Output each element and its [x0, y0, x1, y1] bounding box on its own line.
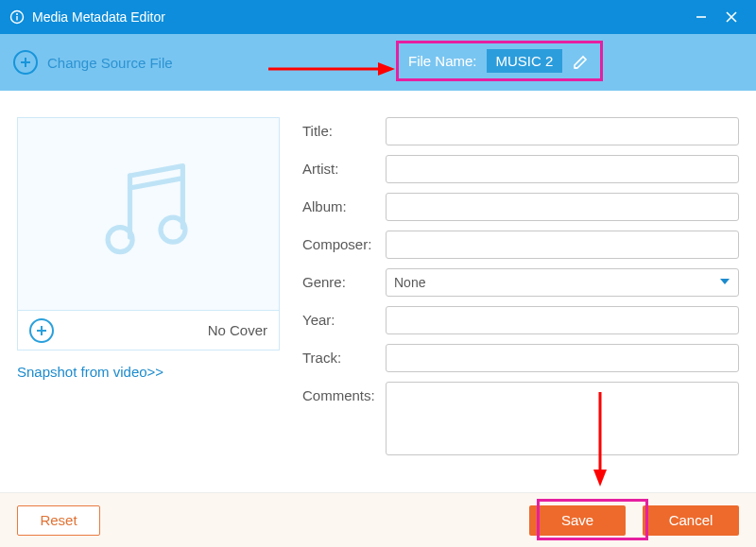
title-bar: Media Metadata Editor [0, 0, 756, 34]
info-icon [9, 9, 25, 25]
svg-point-1 [16, 13, 18, 15]
toolbar: Change Source File File Name: MUSIC 2 [0, 34, 756, 91]
svg-rect-2 [16, 16, 17, 21]
metadata-form: Title: Artist: Album: Composer: Genre: N… [302, 117, 739, 469]
change-source-file-link[interactable]: Change Source File [47, 55, 173, 71]
snapshot-from-video-link[interactable]: Snapshot from video>> [17, 364, 280, 380]
main-content: No Cover Snapshot from video>> Title: Ar… [0, 91, 756, 469]
comments-input[interactable] [386, 382, 739, 455]
title-input[interactable] [386, 117, 739, 145]
minimize-button[interactable] [686, 10, 716, 24]
svg-point-11 [108, 228, 132, 252]
filename-label: File Name: [408, 53, 477, 69]
chevron-down-icon [719, 275, 730, 290]
year-label: Year: [302, 306, 386, 328]
genre-label: Genre: [302, 268, 386, 290]
edit-filename-icon[interactable] [572, 52, 591, 71]
artist-input[interactable] [386, 155, 739, 183]
artist-label: Artist: [302, 155, 386, 177]
album-input[interactable] [386, 193, 739, 221]
cover-footer: No Cover [17, 311, 280, 350]
genre-value: None [394, 275, 425, 290]
music-note-icon [87, 151, 210, 277]
filename-highlight-box: File Name: MUSIC 2 [396, 41, 603, 81]
svg-point-12 [161, 217, 185, 242]
composer-input[interactable] [386, 231, 739, 259]
genre-select[interactable]: None [386, 268, 739, 297]
cancel-button[interactable]: Cancel [643, 505, 739, 536]
add-cover-button[interactable] [29, 318, 54, 343]
save-button[interactable]: Save [529, 505, 626, 536]
title-label: Title: [302, 117, 386, 139]
close-button[interactable] [716, 10, 747, 24]
cover-preview [17, 117, 280, 311]
svg-marker-15 [720, 279, 730, 284]
track-input[interactable] [386, 344, 739, 372]
footer-bar: Reset Save Cancel [0, 492, 756, 547]
cover-panel: No Cover Snapshot from video>> [17, 117, 280, 469]
composer-label: Composer: [302, 231, 386, 252]
album-label: Album: [302, 193, 386, 214]
track-label: Track: [302, 344, 386, 366]
comments-label: Comments: [302, 382, 386, 403]
reset-button[interactable]: Reset [17, 505, 100, 536]
window-title: Media Metadata Editor [32, 9, 686, 25]
svg-marker-17 [593, 470, 607, 487]
change-source-plus-icon[interactable] [13, 50, 38, 75]
year-input[interactable] [386, 306, 739, 334]
filename-input[interactable]: MUSIC 2 [487, 49, 563, 73]
no-cover-label: No Cover [208, 322, 267, 338]
